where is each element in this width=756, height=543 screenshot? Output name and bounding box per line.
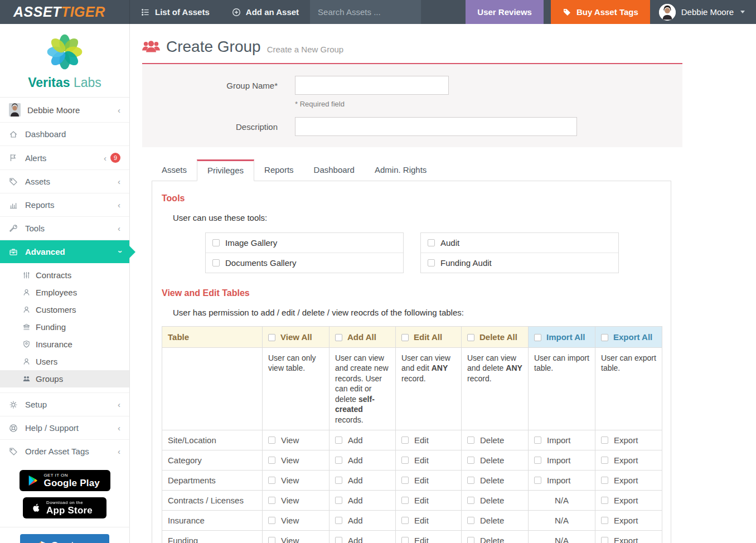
- import-checkbox[interactable]: [534, 437, 541, 444]
- view-checkbox[interactable]: [268, 437, 275, 444]
- add-checkbox[interactable]: [335, 477, 342, 484]
- delete-checkbox[interactable]: [467, 477, 474, 484]
- sidebar-subitem-customers[interactable]: Customers: [0, 301, 129, 318]
- sidebar-item-dashboard[interactable]: Dashboard: [0, 122, 129, 146]
- export-checkbox[interactable]: [601, 497, 608, 504]
- sidebar-subitem-contracts[interactable]: Contracts: [0, 266, 129, 284]
- edit-checkbox[interactable]: [401, 477, 409, 484]
- column-header-add-all: Add All: [329, 327, 396, 348]
- nav-list-of-assets[interactable]: List of Assets: [130, 0, 221, 24]
- sidebar-subitem-users[interactable]: Users: [0, 353, 129, 370]
- delete-checkbox[interactable]: [467, 497, 474, 504]
- add-checkbox[interactable]: [335, 497, 342, 504]
- apple-icon: [30, 501, 41, 515]
- home-icon: [9, 130, 18, 139]
- export-checkbox[interactable]: [601, 477, 608, 484]
- sidebar-subitem-label: Users: [36, 357, 57, 366]
- import-all-checkbox[interactable]: [534, 334, 541, 341]
- page-header: Create Group Create a New Group: [142, 38, 682, 64]
- edit-checkbox[interactable]: [401, 497, 409, 504]
- app-store-badge[interactable]: Download on the App Store: [23, 497, 106, 518]
- audit-checkbox[interactable]: [428, 239, 435, 246]
- export-all-checkbox[interactable]: [601, 334, 608, 341]
- table-row: CategoryViewAddEditDeleteImportExport: [162, 450, 662, 471]
- view-checkbox[interactable]: [268, 497, 275, 504]
- buy-asset-tags-button[interactable]: Buy Asset Tags: [551, 0, 650, 24]
- sidebar-subitem-employees[interactable]: Employees: [0, 284, 129, 301]
- permission-cell: Add: [329, 471, 396, 491]
- sidebar-item-order-asset-tags[interactable]: Order Asset Tags‹: [0, 439, 129, 463]
- edit-checkbox[interactable]: [401, 457, 409, 464]
- nav-label: Add an Asset: [246, 7, 299, 17]
- user-reviews-button[interactable]: User Reviews: [466, 0, 544, 24]
- delete-checkbox[interactable]: [467, 457, 474, 464]
- export-checkbox[interactable]: [601, 437, 608, 444]
- sidebar-subitem-insurance[interactable]: Insurance: [0, 336, 129, 353]
- sidebar-item-label: Tools: [25, 224, 118, 233]
- add-checkbox[interactable]: [335, 457, 342, 464]
- sidebar-badges: GET IT ON Google Play Download on the Ap…: [0, 463, 129, 543]
- documents-gallery-checkbox[interactable]: [212, 259, 220, 266]
- sidebar-item-tools[interactable]: Tools‹: [0, 216, 129, 240]
- permission-label: Delete: [480, 435, 504, 445]
- sidebar-item-reports[interactable]: Reports‹: [0, 193, 129, 216]
- permission-label: Delete: [480, 536, 504, 543]
- column-header-export-all: Export All: [595, 327, 662, 348]
- chevron-left-icon: ‹: [118, 400, 120, 409]
- tab-reports[interactable]: Reports: [254, 159, 304, 181]
- description-input[interactable]: [295, 117, 577, 136]
- sidebar-item-assets[interactable]: Assets‹: [0, 169, 129, 193]
- image-gallery-checkbox[interactable]: [212, 239, 220, 246]
- google-play-badge[interactable]: GET IT ON Google Play: [20, 470, 110, 491]
- export-checkbox[interactable]: [601, 517, 608, 524]
- view-checkbox[interactable]: [268, 537, 275, 543]
- view-checkbox[interactable]: [268, 457, 275, 464]
- funding-audit-checkbox[interactable]: [428, 259, 435, 266]
- group-name-input[interactable]: [295, 76, 449, 95]
- sidebar-user[interactable]: Debbie Moore ‹: [0, 97, 129, 122]
- tab-assets[interactable]: Assets: [152, 159, 197, 181]
- delete-all-checkbox[interactable]: [467, 334, 474, 341]
- app-logo[interactable]: ASSETTIGER: [0, 0, 130, 24]
- tab-admin-rights[interactable]: Admin. Rights: [365, 159, 437, 181]
- search-input[interactable]: [317, 7, 430, 17]
- delete-checkbox[interactable]: [467, 517, 474, 524]
- add-checkbox[interactable]: [335, 437, 342, 444]
- search-box: [310, 0, 421, 24]
- tab-dashboard[interactable]: Dashboard: [304, 159, 365, 181]
- not-applicable-cell: N/A: [529, 491, 595, 511]
- edit-checkbox[interactable]: [401, 517, 409, 524]
- sidebar-item-alerts[interactable]: Alerts‹9: [0, 146, 129, 169]
- export-checkbox[interactable]: [601, 457, 608, 464]
- sidebar-item-help-support[interactable]: Help / Support‹: [0, 416, 129, 439]
- add-checkbox[interactable]: [335, 537, 342, 543]
- capterra-badge[interactable]: Capterra: [20, 534, 109, 543]
- permission-label: View: [281, 496, 299, 505]
- tab-privileges[interactable]: Privileges: [197, 159, 254, 181]
- nav-add-an-asset[interactable]: Add an Asset: [221, 0, 310, 24]
- edit-all-checkbox[interactable]: [401, 334, 409, 341]
- import-checkbox[interactable]: [534, 477, 541, 484]
- view-checkbox[interactable]: [268, 517, 275, 524]
- sidebar-item-setup[interactable]: Setup‹: [0, 392, 129, 416]
- delete-checkbox[interactable]: [467, 537, 474, 543]
- user-menu[interactable]: Debbie Moore: [650, 0, 756, 24]
- sidebar-subitem-funding[interactable]: Funding: [0, 318, 129, 336]
- wrench-icon: [9, 224, 18, 233]
- view-all-checkbox[interactable]: [268, 334, 275, 341]
- view-checkbox[interactable]: [268, 477, 275, 484]
- group-name-label: Group Name*: [142, 81, 278, 90]
- edit-checkbox[interactable]: [401, 437, 409, 444]
- permission-cell: Add: [329, 491, 396, 511]
- not-applicable-cell: N/A: [529, 511, 595, 531]
- export-checkbox[interactable]: [601, 537, 608, 543]
- add-checkbox[interactable]: [335, 517, 342, 524]
- sidebar-subitem-groups[interactable]: Groups: [0, 370, 129, 387]
- add-all-checkbox[interactable]: [335, 334, 342, 341]
- permission-cell: Edit: [396, 471, 462, 491]
- import-checkbox[interactable]: [534, 457, 541, 464]
- permission-label: Add: [348, 455, 363, 465]
- sidebar-item-advanced[interactable]: Advanced‹: [0, 240, 129, 263]
- edit-checkbox[interactable]: [401, 537, 409, 543]
- delete-checkbox[interactable]: [467, 437, 474, 444]
